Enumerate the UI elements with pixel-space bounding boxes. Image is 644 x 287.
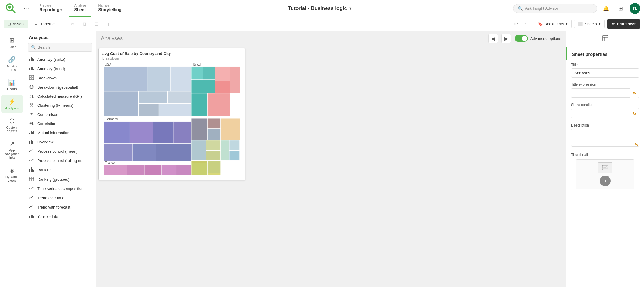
svg-rect-40 xyxy=(31,215,32,218)
properties-button[interactable]: ≡ Properties xyxy=(31,20,60,28)
analyses-item-overview[interactable]: Overview xyxy=(25,137,95,147)
analyses-item-trend-forecast[interactable]: Trend with forecast xyxy=(25,203,95,212)
analyses-item-label: Overview xyxy=(37,140,53,144)
svg-rect-42 xyxy=(33,216,34,218)
kpi-icon: #1 xyxy=(29,94,34,99)
copy-button[interactable]: ⧉ xyxy=(80,19,89,29)
analyses-item-time-series[interactable]: Time series decomposition xyxy=(25,184,95,193)
qlik-logo[interactable] xyxy=(4,1,18,16)
thumbnail-label: Thumbnail xyxy=(571,153,639,157)
svg-rect-96 xyxy=(603,35,608,41)
nav-narrate-sub: Storytelling xyxy=(98,7,122,12)
nav-more-button[interactable]: ··· xyxy=(20,5,32,12)
nav-prepare-label: Prepare xyxy=(39,4,51,7)
advanced-options-toggle[interactable]: Advanced options xyxy=(515,35,561,42)
app-title[interactable]: Tutorial - Business logic ▾ xyxy=(126,5,513,11)
apps-grid-button[interactable]: ⊞ xyxy=(615,3,626,14)
analyses-item-breakdown-geo[interactable]: Breakdown (geospatial) xyxy=(25,83,95,92)
show-condition-fx-button[interactable]: fx xyxy=(630,108,639,118)
analyses-item-ranking[interactable]: Ranking xyxy=(25,165,95,175)
title-expression-fx-button[interactable]: fx xyxy=(630,88,639,98)
undo-button[interactable]: ↩ xyxy=(511,19,521,29)
analyses-item-calculated-measure[interactable]: #1 Calculated measure (KPI) xyxy=(25,92,95,101)
title-expression-label: Title expression xyxy=(571,82,639,87)
sidebar-icons: ⊞ Fields 🔗 Master items 📊 Charts ⚡ Analy… xyxy=(0,31,24,287)
analyses-item-mutual-info[interactable]: Mutual information xyxy=(25,128,95,137)
canvas-prev-button[interactable]: ◀ xyxy=(488,34,498,43)
sidebar-item-analyses[interactable]: ⚡ Analyses xyxy=(1,95,23,113)
time-series-icon xyxy=(29,186,34,191)
svg-rect-61 xyxy=(203,66,215,80)
paste-button[interactable]: ⊡ xyxy=(92,19,101,29)
toolbar-right: ↩ ↪ 🔖 Bookmarks ▾ ⬜ Sheets ▾ ✏ Edit shee… xyxy=(511,19,640,29)
notifications-button[interactable]: 🔔 xyxy=(601,3,612,14)
ytd-icon xyxy=(29,214,34,219)
insight-advisor-search[interactable]: 🔍 Ask Insight Advisor xyxy=(513,4,597,13)
analyses-item-process-mean[interactable]: Process control (mean) xyxy=(25,147,95,156)
analyses-item-label: Ranking xyxy=(37,168,52,172)
sidebar-item-dynamic-views[interactable]: ◈ Dynamic views xyxy=(1,163,23,185)
nav-prepare[interactable]: Prepare Reporting ▾ xyxy=(35,0,67,17)
description-textarea[interactable] xyxy=(571,129,639,147)
analyses-item-clustering[interactable]: Clustering (k-means) xyxy=(25,101,95,110)
nav-prepare-sub: Reporting ▾ xyxy=(39,7,62,12)
sidebar-item-label: App navigation links xyxy=(4,148,20,159)
sidebar-item-custom-objects[interactable]: ⬡ Custom objects xyxy=(1,114,23,136)
toggle-switch[interactable] xyxy=(515,35,528,42)
title-expression-row: fx xyxy=(571,88,639,98)
canvas-controls: ◀ ▶ Advanced options xyxy=(488,34,561,43)
analyses-item-anomaly-spike[interactable]: Anomaly (spike) xyxy=(25,55,95,64)
title-expression-input[interactable] xyxy=(571,88,630,98)
sheets-icon: ⬜ xyxy=(578,22,583,26)
nav-analyze[interactable]: Analyze Sheet xyxy=(69,0,91,17)
delete-button[interactable]: 🗑 xyxy=(104,19,113,29)
svg-rect-71 xyxy=(104,143,133,161)
description-fx-icon[interactable]: fx xyxy=(634,142,638,147)
title-input[interactable] xyxy=(571,68,639,78)
redo-button[interactable]: ↪ xyxy=(522,19,531,29)
canvas-next-button[interactable]: ▶ xyxy=(501,34,511,43)
sidebar-item-master-items[interactable]: 🔗 Master items xyxy=(1,53,23,75)
sidebar-item-app-nav[interactable]: ↗ App navigation links xyxy=(1,137,23,162)
analyses-item-correlation[interactable]: #1 Correlation xyxy=(25,119,95,128)
sidebar-item-label: Fields xyxy=(8,45,16,49)
analyses-item-ranking-grouped[interactable]: Ranking (grouped) xyxy=(25,175,95,184)
svg-rect-50 xyxy=(104,91,138,116)
svg-rect-6 xyxy=(33,59,34,61)
assets-button[interactable]: ⊞ Assets xyxy=(4,20,28,28)
cut-button[interactable]: ✂ xyxy=(68,19,77,29)
user-avatar[interactable]: TL xyxy=(630,3,640,14)
sidebar-item-charts[interactable]: 📊 Charts xyxy=(1,76,23,94)
svg-rect-95 xyxy=(191,161,207,163)
svg-rect-47 xyxy=(104,66,147,91)
analyses-item-breakdown[interactable]: Breakdown xyxy=(25,73,95,83)
sheets-button[interactable]: ⬜ Sheets ▾ xyxy=(574,20,604,28)
analyses-item-anomaly-trend[interactable]: Anomaly (trend) xyxy=(25,64,95,73)
line-chart-icon xyxy=(29,149,34,154)
pencil-icon: ✏ xyxy=(612,22,615,26)
edit-sheet-button[interactable]: ✏ Edit sheet xyxy=(607,19,640,29)
show-condition-input[interactable] xyxy=(571,109,630,118)
analyses-item-trend-time[interactable]: Trend over time xyxy=(25,193,95,203)
analyses-search-input[interactable] xyxy=(38,45,89,50)
analyses-search-box[interactable]: 🔍 xyxy=(28,43,92,52)
show-condition-label: Show condition xyxy=(571,103,639,107)
bookmarks-button[interactable]: 🔖 Bookmarks ▾ xyxy=(534,20,572,28)
chart-widget[interactable]: avg Cost of Sale by Country and City Bre… xyxy=(98,48,245,180)
svg-point-19 xyxy=(32,103,33,105)
canvas-title: Analyses xyxy=(101,35,123,42)
analyses-item-comparison[interactable]: Comparison xyxy=(25,110,95,119)
sidebar-item-fields[interactable]: ⊞ Fields xyxy=(1,34,23,52)
analyses-item-process-rolling[interactable]: Process control (rolling m... xyxy=(25,156,95,165)
properties-icon: ≡ xyxy=(35,22,37,26)
svg-rect-53 xyxy=(139,104,159,116)
bookmarks-chevron: ▾ xyxy=(566,22,568,26)
app-title-text: Tutorial - Business logic xyxy=(288,5,347,11)
nav-narrate[interactable]: Narrate Storytelling xyxy=(94,0,126,17)
svg-rect-58 xyxy=(191,93,207,116)
svg-rect-67 xyxy=(104,122,130,144)
analyses-item-year-to-date[interactable]: Year to date xyxy=(25,212,95,221)
layout-icon xyxy=(602,35,609,43)
nav-divider-3 xyxy=(92,4,92,13)
thumbnail-upload-button[interactable] xyxy=(600,176,611,186)
